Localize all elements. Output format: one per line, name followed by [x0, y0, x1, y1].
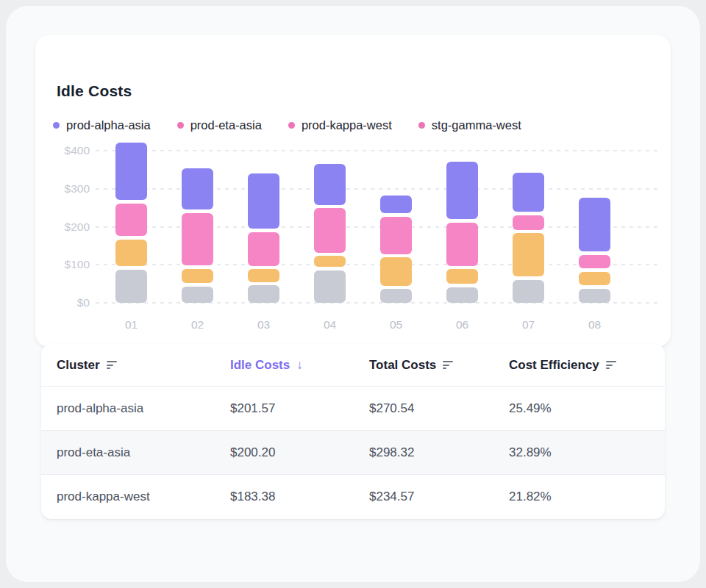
- bar-segment-stg-gamma-west: [513, 280, 544, 303]
- stacked-bar-02: [182, 168, 213, 303]
- bar-segment-prod-kappa-west: [314, 256, 346, 267]
- column-header-cluster[interactable]: Cluster: [57, 358, 230, 373]
- bar-segment-prod-eta-asia: [579, 255, 610, 268]
- stacked-bar-03: [248, 173, 279, 303]
- bar-segment-prod-alpha-asia: [248, 173, 279, 229]
- y-axis-tick-label: $300: [44, 182, 90, 196]
- bar-segment-prod-kappa-west: [446, 269, 478, 284]
- bar-segment-stg-gamma-west: [380, 289, 412, 303]
- y-axis-tick-label: $200: [44, 220, 90, 234]
- bar-segment-prod-alpha-asia: [182, 168, 213, 209]
- cost-efficiency-cell: 32.89%: [509, 445, 649, 460]
- column-header-label: Total Costs: [369, 358, 436, 373]
- column-header-label: Idle Costs: [230, 358, 290, 373]
- bar-segment-prod-eta-asia: [182, 213, 213, 265]
- x-axis-tick-label: 04: [324, 318, 336, 331]
- y-axis-tick-label: $0: [44, 296, 90, 309]
- bar-segment-prod-alpha-asia: [314, 164, 346, 205]
- column-header-total-costs[interactable]: Total Costs: [369, 358, 509, 373]
- bar-segment-stg-gamma-west: [446, 287, 478, 303]
- legend-item-label: prod-eta-asia: [190, 118, 262, 132]
- cluster-cell: prod-kappa-west: [57, 490, 230, 504]
- stacked-bar-08: [579, 198, 610, 303]
- total-costs-cell: $234.57: [369, 490, 509, 504]
- legend-item-prod-eta-asia[interactable]: prod-eta-asia: [177, 118, 262, 132]
- legend-item-prod-alpha-asia[interactable]: prod-alpha-asia: [53, 118, 151, 132]
- table-header-row: ClusterIdle Costs↓Total CostsCost Effici…: [41, 344, 665, 387]
- bar-segment-prod-alpha-asia: [115, 143, 147, 200]
- bar-segment-prod-eta-asia: [314, 208, 346, 253]
- gridline: [96, 226, 659, 228]
- bar-segment-stg-gamma-west: [182, 287, 213, 303]
- sort-lines-icon: [443, 361, 453, 369]
- gridline: [96, 150, 659, 151]
- gridline: [96, 188, 659, 190]
- cluster-cell: prod-eta-asia: [57, 445, 230, 460]
- table-body: prod-alpha-asia$201.57$270.5425.49%prod-…: [41, 387, 665, 519]
- table-row-prod-kappa-west: prod-kappa-west$183.38$234.5721.82%: [41, 475, 665, 519]
- bar-segment-prod-alpha-asia: [380, 196, 412, 213]
- table-row-prod-alpha-asia: prod-alpha-asia$201.57$270.5425.49%: [41, 387, 665, 431]
- cost-efficiency-cell: 25.49%: [509, 401, 649, 416]
- bar-segment-stg-gamma-west: [579, 289, 610, 303]
- column-header-label: Cost Efficiency: [509, 358, 599, 373]
- x-axis-tick-label: 07: [522, 318, 535, 331]
- y-axis-tick-label: $100: [44, 258, 90, 271]
- bar-segment-prod-kappa-west: [579, 272, 610, 286]
- legend-item-label: prod-kappa-west: [302, 118, 392, 132]
- stacked-bar-05: [380, 196, 412, 303]
- column-header-cost-efficiency[interactable]: Cost Efficiency: [509, 358, 649, 373]
- idle-costs-cell: $183.38: [230, 490, 369, 504]
- total-costs-cell: $298.32: [369, 445, 509, 460]
- legend-item-label: stg-gamma-west: [432, 118, 521, 132]
- sort-lines-icon: [107, 361, 117, 369]
- x-axis-tick-label: 05: [390, 318, 402, 331]
- gridline: [96, 302, 659, 304]
- chart-legend: prod-alpha-asiaprod-eta-asiaprod-kappa-w…: [53, 118, 548, 132]
- legend-item-stg-gamma-west[interactable]: stg-gamma-west: [418, 118, 521, 132]
- bar-segment-prod-eta-asia: [380, 217, 412, 254]
- x-axis-tick-label: 03: [257, 318, 270, 331]
- bar-segment-prod-kappa-west: [115, 240, 147, 266]
- bar-segment-prod-kappa-west: [182, 269, 213, 283]
- legend-item-label: prod-alpha-asia: [66, 118, 151, 132]
- bar-segment-stg-gamma-west: [115, 270, 147, 303]
- bar-segment-prod-kappa-west: [248, 269, 279, 282]
- dashboard-container: Idle Costs prod-alpha-asiaprod-eta-asiap…: [6, 6, 700, 582]
- column-header-label: Cluster: [57, 358, 100, 373]
- bar-segment-prod-eta-asia: [513, 215, 544, 230]
- idle-costs-cell: $201.57: [230, 401, 369, 416]
- idle-costs-chart-card: Idle Costs prod-alpha-asiaprod-eta-asiap…: [35, 35, 671, 347]
- legend-dot-icon: [53, 122, 60, 129]
- idle-costs-cell: $200.20: [230, 445, 369, 460]
- legend-item-prod-kappa-west[interactable]: prod-kappa-west: [288, 118, 392, 132]
- column-header-idle-costs[interactable]: Idle Costs↓: [230, 358, 369, 373]
- x-axis-tick-label: 01: [125, 318, 138, 331]
- bar-segment-prod-alpha-asia: [446, 162, 478, 219]
- cluster-cell: prod-alpha-asia: [57, 401, 230, 416]
- gridline: [96, 264, 659, 265]
- sort-desc-arrow-icon: ↓: [296, 359, 303, 371]
- x-axis-tick-label: 08: [588, 318, 601, 331]
- stacked-bar-04: [314, 164, 346, 303]
- legend-dot-icon: [177, 122, 184, 129]
- sort-lines-icon: [606, 361, 616, 369]
- stacked-bar-06: [446, 162, 478, 303]
- stacked-bar-07: [513, 173, 544, 303]
- legend-dot-icon: [288, 122, 295, 129]
- clusters-table-card: ClusterIdle Costs↓Total CostsCost Effici…: [41, 344, 665, 519]
- bar-segment-prod-eta-asia: [446, 223, 478, 266]
- bar-segment-stg-gamma-west: [314, 270, 346, 303]
- bar-segment-prod-kappa-west: [380, 257, 412, 285]
- bar-segment-prod-alpha-asia: [513, 173, 544, 212]
- x-axis-tick-label: 02: [191, 318, 204, 331]
- bar-segment-prod-alpha-asia: [579, 198, 610, 251]
- legend-dot-icon: [418, 122, 425, 129]
- bar-segment-prod-kappa-west: [513, 233, 544, 276]
- cost-efficiency-cell: 21.82%: [509, 490, 649, 504]
- bar-segment-prod-eta-asia: [248, 232, 279, 266]
- y-axis-tick-label: $400: [44, 144, 90, 157]
- stacked-bar-01: [115, 143, 147, 303]
- stacked-bar-chart: $0$100$200$300$4000102030405060708: [96, 151, 659, 303]
- total-costs-cell: $270.54: [369, 401, 509, 416]
